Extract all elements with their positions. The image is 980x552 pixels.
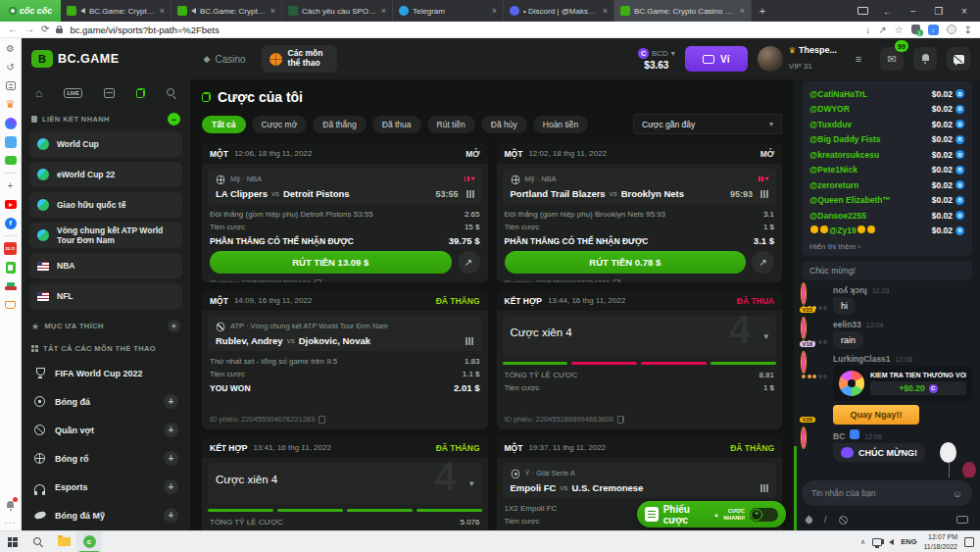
copy-icon[interactable] (315, 279, 321, 283)
filter-chip[interactable]: Hoàn tiền (533, 116, 588, 133)
filter-chip[interactable]: Đã hủy (481, 116, 527, 133)
browser-tab[interactable]: BC.Game: Crypto Casino Gam× (614, 0, 752, 22)
extension-download-icon[interactable]: ↓ (928, 25, 939, 35)
sort-dropdown[interactable]: Cược gần đây ▾ (633, 114, 782, 134)
expand-plus-icon[interactable]: + (164, 508, 178, 523)
calendar-icon[interactable] (104, 88, 115, 98)
browser-tab[interactable]: BC.Game: Crypto Casino× (172, 0, 282, 22)
reload-icon[interactable]: ⟳ (41, 25, 49, 34)
balance-display[interactable]: C BCD ▾ $3.63 (638, 48, 675, 71)
chat-username[interactable]: BC (833, 431, 845, 441)
minimize-button[interactable]: − (902, 0, 925, 22)
avatar[interactable] (802, 318, 806, 338)
coccoc-browser-logo[interactable]: cốc cốc (0, 0, 61, 22)
volume-icon[interactable] (889, 539, 894, 545)
expand-plus-icon[interactable]: + (164, 394, 178, 409)
close-button[interactable]: × (953, 0, 976, 22)
rain-tip-icon[interactable] (805, 515, 814, 525)
graduation-icon[interactable] (4, 279, 17, 292)
taskbar-search-icon[interactable] (25, 531, 51, 552)
spin-now-button[interactable]: Quay Ngay!! (833, 405, 919, 425)
collapse-button[interactable]: − (168, 113, 180, 125)
tip-username[interactable]: @Dansoe2255 (809, 211, 866, 221)
browser-tab[interactable]: Cách yêu cầu SPORTSBOOK× (282, 0, 393, 22)
sidebar-sport-tennis[interactable]: Quần vợt+ (29, 416, 182, 444)
sidebar-quicklink[interactable]: NFL (29, 283, 182, 309)
filter-chip[interactable]: Tất cả (202, 116, 246, 133)
quick-bet-toggle[interactable]: + (750, 508, 778, 522)
match-row[interactable]: Empoli FCvsU.S. Cremonese (511, 482, 769, 493)
more-icon[interactable]: ··· (5, 518, 17, 527)
filter-chip[interactable]: Rút tiền (427, 116, 475, 133)
tab-close-icon[interactable]: × (603, 6, 608, 16)
youtube-icon[interactable] (4, 198, 17, 211)
live-icon[interactable]: LIVE (64, 88, 81, 98)
bookmark-star-icon[interactable]: ☆ (895, 25, 904, 35)
match-row[interactable]: Rublev, AndreyvsDjokovic, Novak (216, 335, 474, 346)
copy-icon[interactable] (617, 416, 624, 424)
tip-username[interactable]: @Zy19 (809, 226, 876, 235)
chat-username[interactable]: LurkingClass1 (833, 354, 891, 364)
nav-casino[interactable]: ◆ Casino (204, 54, 246, 65)
tip-username[interactable]: @kreatorsukcesu (809, 150, 879, 160)
twitter-icon[interactable] (4, 135, 17, 148)
tip-username[interactable]: @Tuxdduv (809, 120, 852, 129)
sidebar-sport-football[interactable]: Bóng đá Mỹ+ (29, 501, 182, 529)
chevron-down-icon[interactable]: ▾ (763, 331, 768, 341)
forward-icon[interactable]: → (24, 25, 34, 34)
nav-sports[interactable]: Các môn thể thao (262, 45, 337, 73)
chevron-down-icon[interactable]: ▾ (469, 478, 474, 488)
sidebar-quicklink[interactable]: World Cup (29, 131, 182, 157)
tip-username[interactable]: @Pete1Nick (809, 165, 858, 175)
shield-app-icon[interactable] (4, 261, 17, 274)
clock[interactable]: 12:07 PM 11/18/2022 (923, 532, 957, 550)
betslip-button[interactable]: Phiếu cược ▴ CƯỢC NHANH! + (637, 501, 786, 527)
tip-username[interactable]: @zeroreturn (809, 180, 858, 190)
notification-bell-icon[interactable] (4, 499, 17, 512)
combo-panel[interactable]: Cược xiên 44▾ (503, 316, 777, 357)
chat-input[interactable]: Tin nhắn của bạn ☺ (802, 480, 972, 506)
back-icon[interactable]: ← (8, 25, 18, 34)
url-text[interactable]: bc.game/vi/sports?bt-path=%2Fbets (70, 25, 219, 35)
start-button[interactable] (0, 531, 25, 552)
browser-tab[interactable]: Telegram× (393, 0, 504, 22)
match-panel[interactable]: Mỹ · NBAPortland Trail BlazersvsBrooklyn… (503, 169, 777, 204)
cashout-button[interactable]: RÚT TIỀN 0.78 $ (505, 251, 747, 274)
shop-cart-icon[interactable] (4, 298, 17, 311)
add-shortcut-icon[interactable]: + (4, 179, 17, 192)
file-explorer-icon[interactable] (51, 531, 76, 552)
tab-close-icon[interactable]: × (492, 6, 497, 16)
bcgame-logo[interactable]: B BC.GAME (31, 50, 120, 68)
spin-bonus-card[interactable]: KIỂM TRA TIỀN THƯỞNG VÒNG QU+$0.20C (833, 366, 972, 401)
reading-list-icon[interactable] (4, 79, 17, 92)
avatar[interactable] (802, 427, 806, 448)
chat-toggle-icon[interactable] (947, 47, 970, 71)
tab-close-icon[interactable]: × (160, 6, 165, 16)
chat-username[interactable]: noʎ ʞɔnɟ (833, 285, 867, 295)
filter-chip[interactable]: Đã thắng (313, 116, 367, 133)
profile-icon[interactable] (947, 25, 956, 34)
commands-icon[interactable]: / (824, 515, 827, 525)
coccoc-taskbar-icon[interactable]: c (76, 531, 102, 552)
sidebar-sport-basketball[interactable]: Bóng rổ+ (29, 444, 182, 473)
tip-username[interactable]: @DWYOR (809, 104, 850, 114)
match-panel[interactable]: Ý · Giải Serie AEmpoli FCvsU.S. Cremones… (503, 463, 777, 498)
share-icon[interactable]: ↗ (878, 25, 886, 35)
sidebar-quicklink[interactable]: Giao hữu quốc tế (29, 192, 182, 218)
home-icon[interactable]: ⌂ (35, 87, 42, 99)
cast-icon[interactable] (851, 0, 874, 22)
copy-icon[interactable] (318, 416, 325, 424)
rewards-crown-icon[interactable]: ♛ (4, 98, 17, 111)
match-panel[interactable]: Mỹ · NBALA ClippersvsDetroit Pistons53:5… (208, 169, 482, 204)
history-icon[interactable]: ↺ (4, 61, 17, 74)
new-tab-button[interactable]: + (752, 5, 773, 17)
tip-username[interactable]: @Queen Elizabeth™ (809, 195, 891, 205)
my-bets-icon[interactable] (136, 88, 145, 98)
avatar[interactable] (802, 283, 806, 304)
match-row[interactable]: Portland Trail BlazersvsBrooklyn Nets95:… (511, 188, 769, 199)
tab-restore-icon[interactable]: ← (876, 0, 900, 22)
language-indicator[interactable]: ENG (901, 537, 916, 546)
games-icon[interactable] (4, 154, 17, 167)
sale-badge-icon[interactable]: 25.11 (4, 242, 17, 255)
share-bet-icon[interactable]: ↗ (752, 251, 774, 274)
